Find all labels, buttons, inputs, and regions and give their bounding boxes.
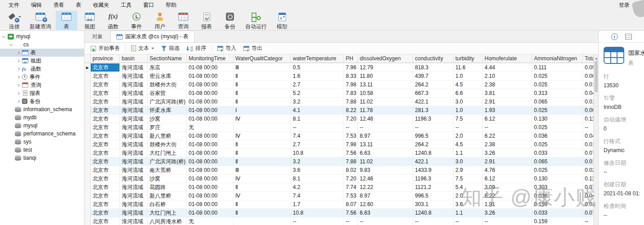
grid-cell[interactable]: 01-08 00:00 [187,192,234,200]
grid-cell[interactable]: 1.1 [454,149,483,157]
grid-cell[interactable]: 北京市 [91,158,120,166]
grid-cell[interactable]: 海河流域 [120,149,148,157]
grid-cell[interactable]: Ⅱ [234,89,291,97]
column-header[interactable]: SectionName [148,54,187,63]
grid-cell[interactable]: -- [583,123,594,131]
grid-cell[interactable]: 1433.9 [413,166,454,174]
toolbar-button[interactable]: 视图 [79,11,101,31]
grid-cell[interactable]: 3.6 [291,166,344,174]
grid-cell[interactable]: 4.76 [483,166,532,174]
grid-cell[interactable]: 0.00 [583,72,594,80]
grid-cell[interactable]: 11.6 [454,63,483,72]
row-marker[interactable] [84,89,91,97]
grid-cell[interactable]: 0.01 [583,200,594,208]
grid-cell[interactable]: 422.1 [413,98,454,106]
grid-cell[interactable]: -- [358,123,413,131]
grid-cell[interactable]: -- [291,217,344,225]
grid-cell[interactable]: 谷家营 [148,89,187,97]
toolbar-button[interactable]: 模型 [271,11,293,31]
grid-cell[interactable]: 淮河流域 [120,217,148,225]
grid-cell[interactable]: 0.130 [532,115,583,123]
tree-chevron-icon[interactable] [17,67,20,70]
grid-cell[interactable]: 4.5 [454,81,483,89]
grid-cell[interactable]: Ⅱ [234,98,291,106]
grid-cell[interactable]: 北京市 [91,132,120,140]
grid-cell[interactable]: 3.2 [291,158,344,166]
grid-cell[interactable]: 8.02 [344,166,358,174]
grid-cell[interactable]: 0.033 [532,209,583,217]
grid-cell[interactable]: Ⅱ [234,140,291,148]
row-marker[interactable] [84,183,91,191]
grid-cell[interactable]: Ⅱ [234,158,291,166]
grid-cell[interactable]: 无 [187,217,234,225]
tree-chevron-icon[interactable] [17,83,20,86]
tree-item[interactable]: tianqi [0,154,84,162]
grid-cell[interactable]: 01-08 00:00 [187,166,234,174]
grid-cell[interactable]: 4.1 [291,106,344,114]
row-marker[interactable] [84,209,91,217]
grid-cell[interactable]: 01-08 00:00 [187,115,234,123]
grid-cell[interactable]: 北京市 [91,192,120,200]
grid-cell[interactable]: 6.22 [483,132,532,140]
grid-cell[interactable]: 303.1 [413,200,454,208]
grid-cell[interactable]: 01-08 00:00 [187,98,234,106]
grid-cell[interactable]: 北京市 [91,72,120,80]
grid-cell[interactable]: 新八里桥 [148,192,187,200]
grid-cell[interactable]: 广北滨河路(桥) [148,98,187,106]
grid-cell[interactable]: 海河流域 [120,132,148,140]
grid-cell[interactable]: 0.11 [583,115,594,123]
grid-cell[interactable]: 2.10 [483,72,532,80]
grid-cell[interactable]: 0.025 [532,72,583,80]
grid-cell[interactable]: 8.33 [344,72,358,80]
tree-item[interactable]: sys [0,138,84,146]
tree-item[interactable]: information_schema [0,105,84,113]
grid-cell[interactable]: 北京市 [91,106,120,114]
grid-cell[interactable]: 01-08 00:00 [187,106,234,114]
grid-cell[interactable]: 7.53 [344,132,358,140]
grid-cell[interactable]: 0.01 [583,158,594,166]
toolbar-button[interactable]: 连接 [4,11,25,31]
grid-cell[interactable]: -- [583,217,594,225]
scrollbar-thumb[interactable] [595,61,598,92]
grid-cell[interactable]: 大红门闸上 [148,149,187,157]
grid-cell[interactable]: Ⅱ [234,200,291,208]
tree-item[interactable]: mydb [0,113,84,122]
grid-cell[interactable]: 新八里桥 [148,132,187,140]
tree-chevron-icon[interactable] [17,59,20,62]
grid-cell[interactable]: 海河流域 [120,166,148,174]
grid-cell[interactable]: 北京市 [91,140,120,148]
login-button[interactable]: 登录 [619,1,630,9]
grid-cell[interactable]: 996.5 [413,132,454,140]
toolbar-button[interactable]: 表 [56,11,77,31]
grid-cell[interactable]: 7.20 [344,175,358,183]
grid-cell[interactable]: 8.1 [291,175,344,183]
grid-cell[interactable]: -- [344,123,358,131]
grid-cell[interactable]: 0.05 [583,63,594,72]
tree-item[interactable]: 查询 [0,81,84,89]
grid-cell[interactable]: 0.065 [532,98,583,106]
toolbar-button[interactable]: 查询 [172,11,194,31]
grid-cell[interactable]: 01-08 00:00 [187,89,234,97]
grid-cell[interactable]: 7.88 [344,98,358,106]
grid-cell[interactable]: 9.83 [358,166,413,174]
table-toolbar-button[interactable]: 导出 [240,43,266,54]
grid-cell[interactable]: 0.130 [532,175,583,183]
grid-cell[interactable]: 3.26 [483,209,532,217]
row-marker[interactable] [84,81,91,89]
row-marker[interactable] [84,98,91,106]
grid-cell[interactable]: 海河流域 [120,106,148,114]
row-marker[interactable] [84,115,91,123]
grid-cell[interactable]: 罗庄 [148,123,187,131]
grid-cell[interactable]: 无 [187,123,234,131]
table-toolbar-button[interactable]: 开始事务 [87,43,124,54]
row-marker[interactable] [84,166,91,174]
grid-cell[interactable]: 2.9 [454,166,483,174]
grid-cell[interactable]: 2.38 [483,81,532,89]
column-header[interactable]: Tota [583,54,594,63]
grid-cell[interactable]: 2.38 [483,140,532,148]
grid-cell[interactable]: 11.78 [358,106,413,114]
column-header[interactable]: basin [120,54,148,63]
grid-cell[interactable]: 0.159 [532,217,583,225]
grid-cell[interactable]: 0.04 [583,192,594,200]
grid-cell[interactable]: Ⅳ [234,132,291,140]
